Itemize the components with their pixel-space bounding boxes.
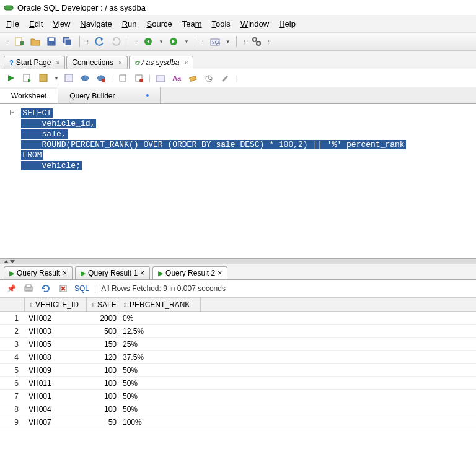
format-button[interactable]: Aa: [170, 72, 183, 84]
back-dropdown[interactable]: ▼: [159, 39, 164, 45]
cell-percent-rank: 0%: [120, 312, 195, 324]
col-sale[interactable]: ⇕SALE: [87, 298, 120, 311]
sql-worksheet-button[interactable]: SQL: [209, 35, 221, 48]
sql-history-button[interactable]: [154, 72, 167, 84]
forward-button[interactable]: [167, 35, 180, 48]
cell-percent-rank: 50%: [120, 403, 195, 416]
print-button[interactable]: [22, 282, 35, 295]
find-button[interactable]: [250, 35, 263, 48]
sql-dropdown[interactable]: ▼: [226, 39, 231, 45]
table-row[interactable]: 2VH00350012.5%: [0, 325, 476, 338]
close-icon[interactable]: ×: [185, 59, 188, 66]
svg-rect-19: [120, 75, 126, 81]
pin-button[interactable]: 📌: [5, 282, 17, 295]
col-vehicle-id[interactable]: ⇕VEHICLE_ID: [25, 298, 87, 311]
cell-sale: 2000: [87, 312, 120, 324]
close-icon[interactable]: ×: [56, 59, 60, 66]
close-icon[interactable]: ×: [63, 269, 67, 277]
open-button[interactable]: [29, 35, 42, 48]
table-row[interactable]: 1VH00220000%: [0, 312, 476, 325]
result-tab-1[interactable]: ▶ Query Result 1 ×: [75, 266, 150, 279]
tab-worksheet[interactable]: ⧉ / as sysdba ×: [129, 56, 194, 69]
menu-file[interactable]: File: [6, 19, 19, 28]
table-row[interactable]: 7VH00110050%: [0, 390, 476, 403]
cell-vehicle-id: VH005: [25, 338, 87, 350]
table-row[interactable]: 9VH00750100%: [0, 416, 476, 429]
row-number: 4: [0, 351, 25, 363]
menu-window[interactable]: Window: [240, 19, 269, 28]
sql-link[interactable]: SQL: [74, 284, 89, 293]
redo-button[interactable]: [110, 35, 122, 48]
sql-icon: ⧉: [134, 59, 139, 67]
tab-label: Start Page: [16, 58, 51, 67]
fold-toggle[interactable]: −: [10, 110, 15, 115]
row-number: 9: [0, 416, 25, 429]
sql-editor[interactable]: − SELECT vehicle_id, sale, ROUND(PERCENT…: [0, 104, 476, 259]
result-tab-2[interactable]: ▶ Query Result 2 ×: [152, 266, 227, 279]
menu-help[interactable]: Help: [279, 19, 296, 28]
cell-vehicle-id: VH011: [25, 377, 87, 389]
menu-team[interactable]: Team: [182, 19, 202, 28]
grid-header: ⇕VEHICLE_ID ⇕SALE ⇕PERCENT_RANK: [0, 298, 476, 312]
status-text: All Rows Fetched: 9 in 0.007 seconds: [101, 284, 226, 293]
menu-source[interactable]: Source: [147, 19, 172, 28]
autotrace-button[interactable]: [63, 72, 75, 84]
menu-run[interactable]: Run: [122, 19, 137, 28]
row-number: 1: [0, 312, 25, 324]
menu-navigate[interactable]: Navigate: [80, 19, 112, 28]
forward-dropdown[interactable]: ▼: [184, 39, 189, 45]
cell-percent-rank: 50%: [120, 364, 195, 376]
row-number: 2: [0, 325, 25, 337]
run-statement-button[interactable]: [5, 72, 17, 84]
save-all-button[interactable]: [61, 35, 74, 48]
result-tab-0[interactable]: ▶ Query Result ×: [4, 266, 73, 279]
back-button[interactable]: [142, 35, 154, 48]
close-icon[interactable]: ×: [118, 59, 122, 66]
result-grid[interactable]: ⇕VEHICLE_ID ⇕SALE ⇕PERCENT_RANK 1VH00220…: [0, 298, 476, 429]
splitter[interactable]: [0, 259, 476, 264]
tab-connections[interactable]: Connections ×: [66, 56, 128, 69]
rollback-button[interactable]: [95, 72, 107, 84]
cell-sale: 50: [87, 416, 120, 429]
svg-rect-6: [65, 39, 71, 45]
menu-view[interactable]: View: [53, 19, 70, 28]
grip-icon: ⁝: [201, 38, 205, 45]
cell-sale: 120: [87, 351, 120, 363]
svg-point-18: [102, 79, 105, 82]
save-button[interactable]: [45, 35, 58, 48]
refresh-button[interactable]: [40, 282, 52, 295]
row-number: 5: [0, 364, 25, 376]
tab-query-builder[interactable]: Query Builder•: [58, 87, 161, 103]
close-icon[interactable]: ×: [140, 269, 144, 277]
run-script-button[interactable]: [21, 72, 33, 84]
col-percent-rank[interactable]: ⇕PERCENT_RANK: [120, 298, 201, 311]
undo-button[interactable]: [94, 35, 106, 48]
commit-button[interactable]: [79, 72, 91, 84]
explain-plan-button[interactable]: [37, 72, 50, 84]
svg-point-12: [257, 41, 260, 45]
unshared-button[interactable]: [117, 72, 129, 84]
close-icon[interactable]: ×: [218, 269, 222, 277]
menu-edit[interactable]: Edit: [29, 19, 43, 28]
table-row[interactable]: 6VH01110050%: [0, 377, 476, 390]
menu-bar: File Edit View Navigate Run Source Team …: [0, 15, 476, 32]
table-row[interactable]: 4VH00812037.5%: [0, 351, 476, 364]
table-row[interactable]: 5VH00910050%: [0, 364, 476, 377]
cell-vehicle-id: VH002: [25, 312, 87, 324]
table-row[interactable]: 3VH00515025%: [0, 338, 476, 351]
menu-tools[interactable]: Tools: [212, 19, 231, 28]
editor-sub-tabs: Worksheet Query Builder•: [0, 87, 476, 104]
grip-icon: ⁝: [267, 38, 271, 45]
cell-percent-rank: 50%: [120, 390, 195, 403]
table-row[interactable]: 8VH00410050%: [0, 403, 476, 416]
timer-button[interactable]: [203, 72, 215, 84]
tab-worksheet-editor[interactable]: Worksheet: [0, 89, 58, 103]
settings-button[interactable]: [219, 72, 231, 84]
tab-start-page[interactable]: ? Start Page ×: [4, 56, 65, 69]
delete-button[interactable]: [57, 282, 69, 295]
window-title: Oracle SQL Developer : / as sysdba: [17, 3, 146, 12]
new-button[interactable]: [13, 35, 25, 48]
help-icon: ?: [9, 59, 14, 66]
eraser-button[interactable]: [187, 72, 199, 84]
clear-button[interactable]: [133, 72, 145, 84]
